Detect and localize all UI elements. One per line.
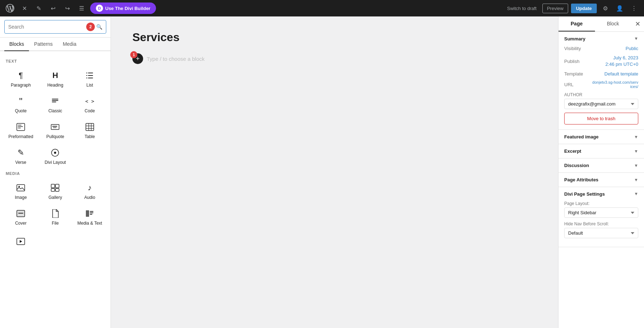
block-quote[interactable]: " Quote (4, 92, 37, 116)
block-code[interactable]: < > Code (73, 92, 106, 116)
settings-icon-button[interactable]: ⚙ (600, 3, 611, 14)
block-cover[interactable]: Cover (4, 204, 37, 229)
svg-marker-37 (20, 240, 22, 243)
block-table[interactable]: Table (73, 118, 106, 142)
cover-icon (15, 209, 26, 219)
svg-point-22 (54, 152, 56, 154)
media-text-icon (84, 209, 96, 219)
svg-rect-34 (90, 212, 93, 213)
paragraph-icon: ¶ (15, 70, 26, 80)
redo-button[interactable]: ↪ (62, 3, 73, 14)
search-bar-area: 2 🔍 (0, 16, 111, 38)
svg-rect-11 (18, 126, 23, 127)
featured-image-section: Featured image ▼ (558, 130, 644, 144)
block-placeholder[interactable]: + 1 Type / to choose a block (132, 50, 537, 68)
discussion-header[interactable]: Discussion ▼ (558, 158, 644, 172)
preformatted-icon (15, 122, 26, 132)
summary-chevron-icon: ▲ (634, 36, 638, 41)
classic-icon (49, 96, 61, 106)
visibility-value[interactable]: Public (626, 46, 638, 51)
page-title-input[interactable] (132, 31, 537, 44)
excerpt-header[interactable]: Excerpt ▼ (558, 144, 644, 158)
svg-rect-27 (51, 189, 55, 191)
block-image[interactable]: Image (4, 178, 37, 203)
block-divi-layout[interactable]: Divi Layout (39, 143, 72, 168)
svg-rect-31 (18, 213, 23, 214)
tab-patterns[interactable]: Patterns (29, 38, 58, 51)
divi-settings-header[interactable]: Divi Page Settings ▲ (558, 187, 644, 201)
excerpt-title: Excerpt (564, 148, 581, 154)
author-section-label: AUTHOR (564, 92, 638, 97)
block-heading[interactable]: H Heading (39, 66, 72, 90)
more-options-button[interactable]: ⋮ (628, 3, 640, 14)
table-icon (84, 122, 96, 132)
hide-nav-label: Hide Nav Before Scroll: (564, 221, 638, 226)
undo-button[interactable]: ↩ (47, 3, 59, 14)
divi-builder-button[interactable]: D Use The Divi Builder (90, 3, 156, 14)
block-classic[interactable]: Classic (39, 92, 72, 116)
block-cover-label: Cover (15, 221, 26, 226)
svg-rect-10 (18, 125, 21, 126)
page-attributes-title: Page Attributes (564, 177, 599, 182)
move-to-trash-button[interactable]: Move to trash (564, 113, 638, 124)
editor-area: + 1 Type / to choose a block (111, 16, 558, 328)
discussion-title: Discussion (564, 163, 589, 168)
page-attributes-header[interactable]: Page Attributes ▼ (558, 173, 644, 187)
author-select[interactable]: deezgrafix@gmail.com (564, 99, 638, 109)
url-label: URL (564, 82, 574, 87)
switch-draft-button[interactable]: Switch to draft (504, 4, 539, 13)
discussion-section: Discussion ▼ (558, 158, 644, 173)
code-icon: < > (84, 96, 96, 106)
block-paragraph[interactable]: ¶ Paragraph (4, 66, 37, 90)
block-pullquote[interactable]: Pullquote (39, 118, 72, 142)
block-extra[interactable] (4, 232, 37, 251)
block-preformatted-label: Preformatted (8, 134, 33, 139)
svg-rect-25 (51, 184, 55, 188)
page-layout-select[interactable]: Right Sidebar (564, 207, 638, 218)
svg-rect-4 (86, 75, 87, 76)
update-button[interactable]: Update (571, 4, 597, 13)
list-view-button[interactable]: ☰ (76, 3, 87, 14)
user-icon-button[interactable]: 👤 (614, 3, 625, 14)
block-pullquote-label: Pullquote (46, 134, 64, 139)
summary-section-header[interactable]: Summary ▲ (558, 32, 644, 46)
svg-rect-14 (52, 126, 57, 127)
block-preformatted[interactable]: Preformatted (4, 118, 37, 142)
block-media-text[interactable]: Media & Text (73, 204, 106, 229)
block-verse-label: Verse (15, 160, 26, 165)
page-attributes-chevron-icon: ▼ (634, 177, 638, 182)
block-verse[interactable]: ✎ Verse (4, 143, 37, 168)
hide-nav-select[interactable]: Default (564, 228, 638, 238)
close-editor-button[interactable]: ✕ (19, 3, 30, 14)
right-panel: Page Block ✕ Summary ▲ Visibility Public… (558, 16, 644, 328)
url-value[interactable]: donjetv3.sg-host.com/services/ (592, 80, 638, 89)
block-file[interactable]: File (39, 204, 72, 229)
visibility-row: Visibility Public (564, 46, 638, 51)
tab-page[interactable]: Page (558, 16, 595, 31)
visibility-label: Visibility (564, 46, 581, 51)
template-label: Template (564, 71, 583, 77)
add-block-button[interactable]: + 1 (132, 53, 143, 64)
search-input[interactable] (8, 24, 84, 30)
svg-rect-5 (86, 78, 87, 78)
block-gallery[interactable]: Gallery (39, 178, 72, 203)
template-value[interactable]: Default template (604, 71, 638, 77)
tab-blocks[interactable]: Blocks (4, 38, 29, 51)
svg-rect-33 (90, 211, 93, 212)
verse-icon: ✎ (15, 148, 26, 158)
publish-value[interactable]: July 6, 2023 2:46 pm UTC+0 (605, 55, 638, 68)
preview-button[interactable]: Preview (542, 4, 568, 13)
wp-logo (4, 3, 16, 14)
block-media-text-label: Media & Text (77, 221, 102, 226)
edit-button[interactable]: ✎ (33, 3, 44, 14)
close-right-panel-button[interactable]: ✕ (631, 18, 644, 30)
block-audio[interactable]: ♪ Audio (73, 178, 106, 203)
svg-rect-23 (17, 185, 25, 191)
tab-media[interactable]: Media (58, 38, 81, 51)
block-list[interactable]: List (73, 66, 106, 90)
tab-block[interactable]: Block (595, 16, 631, 31)
featured-image-header[interactable]: Featured image ▼ (558, 130, 644, 144)
quote-icon: " (15, 96, 26, 106)
svg-rect-32 (86, 210, 89, 217)
svg-rect-15 (53, 127, 57, 128)
